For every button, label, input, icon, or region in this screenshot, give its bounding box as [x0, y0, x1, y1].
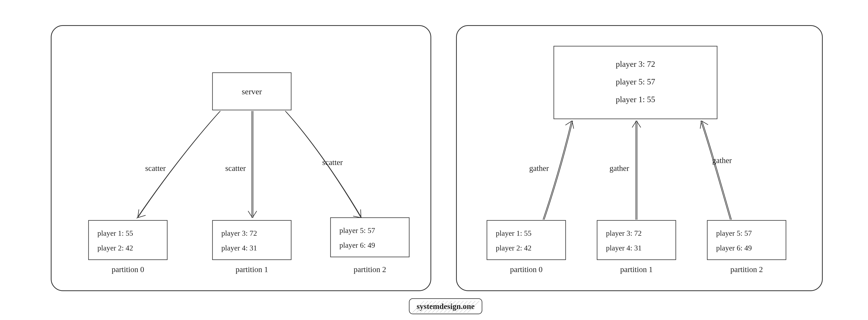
partition-data-line: player 4: 31 — [606, 244, 642, 252]
partition-data-line: player 3: 72 — [606, 229, 642, 237]
partition-data-line: player 5: 57 — [339, 226, 375, 235]
svg-rect-3 — [213, 220, 291, 260]
svg-rect-8 — [597, 220, 676, 260]
partition-data-line: player 2: 42 — [97, 244, 133, 252]
edge-label: gather — [610, 164, 629, 173]
server-box: server — [213, 73, 291, 110]
partition-caption: partition 1 — [620, 265, 653, 274]
scatter-panel: server scatter scatter scatter player 1 — [51, 26, 431, 291]
partition-caption: partition 1 — [236, 265, 268, 274]
partition-data-line: player 4: 31 — [221, 244, 257, 252]
edge-label: scatter — [322, 158, 343, 167]
edge-label: scatter — [225, 164, 246, 173]
partition-caption: partition 0 — [112, 265, 144, 274]
server-label: server — [242, 87, 262, 96]
result-box: player 3: 72 player 5: 57 player 1: 55 — [554, 46, 717, 119]
edge-label: gather — [529, 164, 549, 173]
svg-rect-2 — [89, 220, 167, 260]
watermark-badge: systemdesign.one — [409, 298, 482, 314]
gather-panel: player 3: 72 player 5: 57 player 1: 55 g… — [457, 26, 823, 291]
watermark-text: systemdesign.one — [417, 302, 474, 311]
partition-caption: partition 2 — [353, 265, 386, 274]
partition-data-line: player 3: 72 — [221, 229, 257, 237]
edge-label: scatter — [145, 164, 166, 173]
result-line: player 5: 57 — [616, 77, 655, 86]
partition-data-line: player 1: 55 — [496, 229, 532, 237]
partition-caption: partition 2 — [730, 265, 763, 274]
partition-data-line: player 2: 42 — [496, 244, 532, 252]
partition-data-line: player 1: 55 — [97, 229, 133, 237]
svg-rect-4 — [331, 218, 409, 257]
svg-rect-7 — [487, 220, 566, 260]
result-line: player 3: 72 — [616, 60, 655, 69]
partition-caption: partition 0 — [510, 265, 542, 274]
partition-data-line: player 5: 57 — [716, 229, 752, 237]
edge-label: gather — [712, 156, 732, 165]
result-line: player 1: 55 — [616, 95, 655, 104]
svg-rect-9 — [707, 220, 786, 260]
partition-data-line: player 6: 49 — [339, 241, 375, 249]
partition-data-line: player 6: 49 — [716, 244, 752, 252]
